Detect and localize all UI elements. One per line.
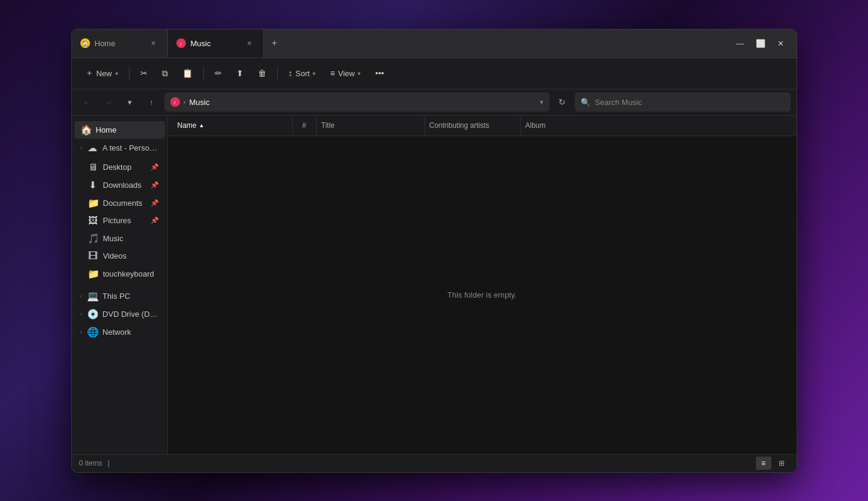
sidebar-pinned-section: 🖥 Desktop 📌 ⬇ Downloads 📌 📁 Documents 📌 … — [72, 159, 167, 283]
cloud-icon: ☁ — [87, 142, 98, 154]
network-icon: 🌐 — [87, 326, 98, 338]
downloads-pin-icon: 📌 — [151, 181, 159, 189]
recent-button[interactable]: ▾ — [121, 93, 139, 111]
address-path: Music — [190, 98, 210, 107]
copy-button[interactable]: ⧉ — [156, 65, 174, 82]
pictures-pin-icon: 📌 — [151, 217, 159, 224]
sidebar-item-cloud[interactable]: › ☁ A test - Personal — [74, 139, 165, 157]
home-tab-icon: 🏠 — [80, 38, 90, 48]
sort-dropdown-icon: ▾ — [313, 70, 316, 77]
tab-music[interactable]: ♪ Music ✕ — [168, 29, 264, 58]
sidebar: 🏠 Home › ☁ A test - Personal 🖥 Desktop 📌… — [72, 116, 168, 454]
view-icon: ≡ — [330, 68, 335, 78]
new-button[interactable]: ＋ New ▾ — [79, 64, 124, 82]
file-explorer-window: 🏠 Home ✕ ♪ Music ✕ + — ⬜ ✕ ＋ New ▾ ✂ — [71, 29, 797, 473]
sort-label: Sort — [296, 69, 310, 78]
forward-button[interactable]: → — [100, 93, 118, 111]
col-name-label: Name — [178, 121, 197, 130]
more-button[interactable]: ••• — [369, 65, 390, 82]
network-expand-icon: › — [80, 329, 82, 335]
sidebar-item-desktop[interactable]: 🖥 Desktop 📌 — [74, 159, 165, 176]
col-header-album[interactable]: Album — [521, 116, 617, 136]
up-button[interactable]: ↑ — [143, 93, 161, 111]
col-title-label: Title — [322, 121, 335, 130]
statusbar-right: ≡ ⊞ — [756, 457, 789, 470]
sidebar-downloads-label: Downloads — [103, 181, 146, 190]
sidebar-item-dvd[interactable]: › 💿 DVD Drive (D:) CCC — [74, 305, 165, 323]
address-bar[interactable]: ♪ › Music ▾ — [164, 92, 549, 112]
paste-icon: 📋 — [182, 68, 193, 78]
sidebar-item-network[interactable]: › 🌐 Network — [74, 323, 165, 341]
view-button[interactable]: ≡ View ▾ — [324, 65, 367, 82]
sidebar-network-label: Network — [103, 328, 159, 337]
sort-icon: ↕ — [289, 68, 293, 78]
back-icon: ← — [83, 98, 91, 107]
sort-button[interactable]: ↕ Sort ▾ — [283, 65, 322, 82]
main-content: 🏠 Home › ☁ A test - Personal 🖥 Desktop 📌… — [72, 116, 797, 454]
toolbar: ＋ New ▾ ✂ ⧉ 📋 ✏ ⬆ 🗑 ↕ Sort ▾ ≡ — [72, 58, 797, 89]
sidebar-videos-label: Videos — [103, 251, 159, 260]
sidebar-thispc-section: › 💻 This PC › 💿 DVD Drive (D:) CCC › 🌐 N… — [72, 287, 167, 341]
delete-button[interactable]: 🗑 — [252, 65, 272, 82]
refresh-icon: ↻ — [558, 97, 566, 107]
tab-home-label: Home — [95, 39, 116, 48]
tab-home[interactable]: 🏠 Home ✕ — [72, 29, 168, 58]
col-header-num[interactable]: # — [293, 116, 317, 136]
search-icon: 🔍 — [581, 98, 590, 107]
sidebar-item-documents[interactable]: 📁 Documents 📌 — [74, 194, 165, 212]
toolbar-separator-1 — [129, 66, 130, 80]
statusbar: 0 items | ≡ ⊞ — [72, 454, 797, 472]
sidebar-item-home[interactable]: 🏠 Home — [74, 121, 165, 139]
minimize-button[interactable]: — — [732, 35, 749, 52]
list-view-toggle[interactable]: ≡ — [756, 457, 771, 470]
col-header-contributing[interactable]: Contributing artists — [425, 116, 521, 136]
sidebar-item-thispc[interactable]: › 💻 This PC — [74, 287, 165, 305]
sidebar-item-videos[interactable]: 🎞 Videos — [74, 248, 165, 265]
dvd-expand-icon: › — [80, 311, 82, 317]
videos-icon: 🎞 — [88, 251, 98, 262]
new-tab-button[interactable]: + — [264, 29, 286, 58]
list-view-icon: ≡ — [761, 459, 765, 467]
sidebar-item-music[interactable]: 🎵 Music — [74, 230, 165, 247]
col-header-name[interactable]: Name ▲ — [173, 116, 293, 136]
view-label: View — [338, 69, 355, 78]
search-bar[interactable]: 🔍 Search Music — [575, 92, 791, 112]
col-header-title[interactable]: Title — [317, 116, 425, 136]
music-icon: 🎵 — [88, 233, 98, 244]
close-button[interactable]: ✕ — [773, 35, 789, 52]
sidebar-pictures-label: Pictures — [103, 216, 146, 225]
col-name-sort-icon: ▲ — [199, 122, 205, 128]
documents-pin-icon: 📌 — [151, 199, 159, 207]
desktop-pin-icon: 📌 — [151, 163, 159, 171]
col-contributing-label: Contributing artists — [430, 121, 489, 130]
dvd-icon: 💿 — [87, 308, 98, 320]
cut-icon: ✂ — [140, 68, 148, 78]
rename-button[interactable]: ✏ — [209, 65, 228, 82]
sidebar-cloud-label: A test - Personal — [103, 143, 159, 152]
music-tab-icon: ♪ — [176, 38, 186, 48]
sidebar-thispc-label: This PC — [103, 292, 159, 301]
maximize-button[interactable]: ⬜ — [752, 35, 769, 52]
grid-view-toggle[interactable]: ⊞ — [774, 457, 789, 470]
forward-icon: → — [104, 98, 112, 107]
share-button[interactable]: ⬆ — [230, 65, 250, 82]
sidebar-desktop-label: Desktop — [103, 163, 146, 172]
sidebar-item-downloads[interactable]: ⬇ Downloads 📌 — [74, 176, 165, 194]
sidebar-home-label: Home — [96, 125, 159, 134]
cut-button[interactable]: ✂ — [134, 65, 154, 82]
paste-button[interactable]: 📋 — [176, 65, 199, 82]
address-chevron-icon: ▾ — [540, 98, 543, 106]
more-icon: ••• — [375, 68, 384, 78]
back-button[interactable]: ← — [78, 93, 96, 111]
sidebar-item-touchkeyboard[interactable]: 📁 touchkeyboard — [74, 265, 165, 283]
filelist-header: Name ▲ # Title Contributing artists Albu… — [168, 116, 797, 136]
thispc-expand-icon: › — [80, 293, 82, 299]
new-dropdown-icon: ▾ — [115, 70, 118, 77]
col-album-label: Album — [525, 121, 546, 130]
tab-home-close[interactable]: ✕ — [148, 38, 159, 49]
col-num-label: # — [302, 121, 307, 130]
sidebar-item-pictures[interactable]: 🖼 Pictures 📌 — [74, 212, 165, 229]
addressbar-row: ← → ▾ ↑ ♪ › Music ▾ ↻ 🔍 Search Music — [72, 89, 797, 116]
refresh-button[interactable]: ↻ — [553, 93, 571, 111]
tab-music-close[interactable]: ✕ — [244, 38, 255, 49]
